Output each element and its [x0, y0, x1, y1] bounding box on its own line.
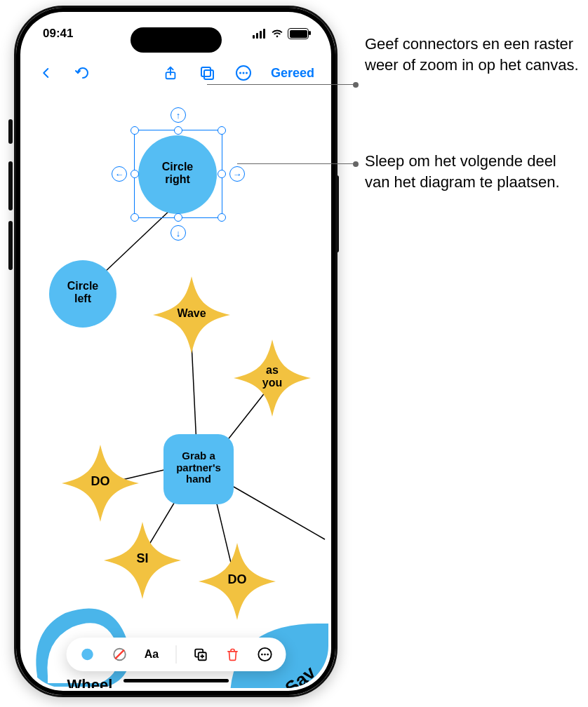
battery-icon [288, 28, 309, 39]
status-time: 09:41 [43, 27, 73, 41]
svg-point-6 [246, 72, 248, 74]
node-grab[interactable] [163, 434, 234, 504]
home-indicator [123, 679, 229, 682]
connector-handle-top[interactable]: ↑ [171, 107, 186, 123]
node-wave[interactable] [153, 276, 230, 354]
diagram-canvas[interactable]: Circle right Circle left Wave as you Gra… [23, 89, 328, 688]
iphone-device-frame: 09:41 [14, 6, 338, 697]
node-do-left[interactable] [62, 445, 139, 522]
svg-rect-2 [204, 70, 213, 79]
delete-button[interactable] [224, 646, 241, 663]
svg-point-20 [261, 654, 263, 656]
svg-point-21 [264, 654, 266, 656]
svg-point-5 [242, 72, 244, 74]
node-si[interactable] [104, 522, 181, 599]
svg-point-14 [81, 649, 93, 661]
back-button[interactable] [37, 64, 55, 82]
canvas-options-button[interactable] [198, 64, 216, 82]
wifi-icon [271, 29, 283, 39]
volume-down-button [8, 221, 13, 270]
node-do-bottom[interactable] [199, 543, 276, 620]
svg-point-4 [239, 72, 241, 74]
done-button[interactable]: Gereed [271, 66, 314, 81]
node-as-you[interactable] [234, 339, 311, 417]
volume-up-button [8, 161, 13, 210]
node-circle-left[interactable] [49, 260, 116, 328]
svg-point-22 [267, 654, 269, 656]
no-stroke-button[interactable] [111, 646, 128, 663]
callout-canvas-controls: Geef connectors en een raster weer of zo… [365, 34, 582, 75]
connectors [104, 210, 325, 574]
dynamic-island [131, 27, 222, 53]
top-toolbar: Gereed [23, 57, 328, 89]
undo-button[interactable] [74, 64, 92, 82]
svg-line-16 [115, 650, 124, 659]
svg-line-13 [234, 487, 325, 539]
screen: 09:41 [23, 15, 328, 688]
leader-drag-handle [237, 163, 358, 164]
share-button[interactable] [161, 64, 180, 82]
more-button[interactable] [234, 64, 253, 82]
separator [175, 645, 176, 664]
switch-silence [8, 119, 13, 144]
annotated-screenshot: 09:41 [0, 0, 588, 707]
selection-box[interactable]: ↑ ↓ ← → [134, 130, 222, 218]
shape-format-toolbar: Aa [66, 638, 286, 671]
fill-color-button[interactable] [79, 646, 95, 663]
svg-rect-1 [201, 67, 211, 76]
connector-handle-bottom[interactable]: ↓ [171, 225, 186, 241]
connector-handle-right[interactable]: → [229, 166, 245, 182]
duplicate-button[interactable] [192, 646, 208, 663]
cellular-signal-icon [253, 29, 267, 39]
more-format-button[interactable] [256, 646, 273, 663]
callout-drag-handle: Sleep om het volgende deel van het diagr… [365, 151, 582, 192]
text-style-button[interactable]: Aa [143, 646, 160, 663]
connector-handle-left[interactable]: ← [112, 166, 127, 182]
